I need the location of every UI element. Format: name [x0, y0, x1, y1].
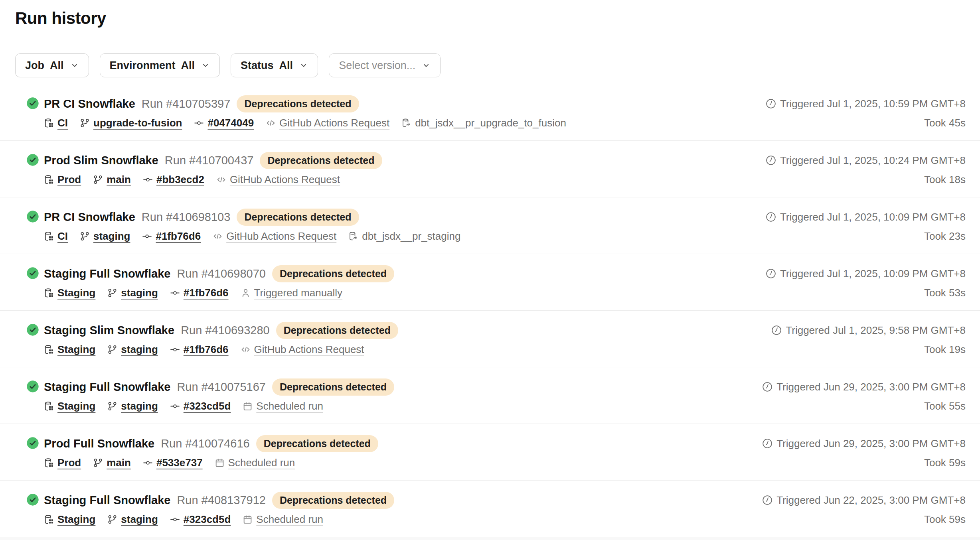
triggered-label: Triggered Jun 29, 2025, 3:00 PM GMT+8: [776, 438, 966, 450]
branch-link[interactable]: main: [107, 173, 131, 186]
status-filter-button[interactable]: Status All: [231, 53, 318, 77]
check-circle-icon: [26, 97, 39, 110]
run-number: Run #408137912: [177, 494, 266, 507]
run-row-right: Triggered Jul 1, 2025, 10:09 PM GMT+8 To…: [766, 209, 966, 254]
triggered-line: Triggered Jul 1, 2025, 10:09 PM GMT+8: [766, 265, 966, 282]
run-row-right: Triggered Jul 1, 2025, 10:24 PM GMT+8 To…: [766, 152, 966, 197]
environment-link[interactable]: Staging: [57, 343, 95, 356]
branch-link[interactable]: main: [107, 457, 131, 469]
commit-link[interactable]: #0474049: [207, 117, 254, 129]
run-title-line: Staging Slim Snowflake Run #410693280 De…: [44, 322, 398, 339]
job-name[interactable]: Staging Slim Snowflake: [44, 324, 174, 337]
clock-icon: [766, 99, 776, 109]
commit-link[interactable]: #323cd5d: [184, 513, 231, 526]
branch-link[interactable]: staging: [121, 400, 158, 412]
environment-link[interactable]: Prod: [57, 173, 81, 186]
commit-link[interactable]: #1fb76d6: [156, 230, 201, 242]
run-row[interactable]: PR CI Snowflake Run #410698103 Deprecati…: [0, 197, 980, 254]
chevron-down-icon: [70, 61, 79, 70]
took-label: Took 18s: [924, 172, 966, 187]
environment-database-icon: [44, 288, 54, 298]
run-row[interactable]: Staging Full Snowflake Run #408137912 De…: [0, 481, 980, 537]
commit-link[interactable]: #323cd5d: [184, 400, 231, 412]
job-filter-button[interactable]: Job All: [15, 53, 89, 77]
version-select[interactable]: Select version...: [329, 53, 441, 77]
filter-bar: Job All Environment All Status All Selec…: [0, 35, 980, 84]
clock-icon: [762, 495, 773, 505]
environment-item: Prod: [44, 173, 81, 186]
environment-database-icon: [44, 175, 54, 185]
deprecations-badge: Deprecations detected: [276, 322, 398, 339]
job-name[interactable]: PR CI Snowflake: [44, 211, 135, 224]
git-branch-icon: [80, 118, 90, 128]
deprecations-badge: Deprecations detected: [260, 152, 382, 169]
chevron-down-icon: [299, 61, 308, 70]
job-name[interactable]: Staging Full Snowflake: [44, 494, 170, 507]
run-detail-line: Prod main #533e737: [44, 455, 378, 470]
commit-item: #323cd5d: [170, 400, 231, 412]
environment-link[interactable]: Staging: [57, 287, 95, 299]
run-row[interactable]: Staging Full Snowflake Run #410075167 De…: [0, 367, 980, 424]
deprecations-badge: Deprecations detected: [272, 265, 394, 282]
triggered-label: Triggered Jul 1, 2025, 10:09 PM GMT+8: [780, 211, 966, 223]
page-title: Run history: [15, 9, 965, 28]
environment-filter-label: Environment: [110, 59, 176, 72]
run-main: Staging Slim Snowflake Run #410693280 De…: [44, 322, 398, 357]
run-detail-line: CI staging #1fb76d6: [44, 229, 460, 243]
status-filter-label: Status: [241, 59, 274, 72]
check-circle-icon: [26, 493, 39, 506]
deprecations-badge: Deprecations detected: [237, 95, 359, 112]
job-name[interactable]: Prod Slim Snowflake: [44, 154, 158, 167]
run-row[interactable]: Prod Slim Snowflake Run #410700437 Depre…: [0, 141, 980, 197]
took-label: Took 19s: [924, 342, 966, 357]
environment-filter-value: All: [181, 59, 195, 72]
took-label: Took 53s: [924, 286, 966, 300]
job-name[interactable]: PR CI Snowflake: [44, 97, 135, 110]
run-row[interactable]: Staging Full Snowflake Run #410698070 De…: [0, 254, 980, 311]
git-commit-icon: [170, 288, 180, 298]
environment-database-icon: [44, 458, 54, 468]
deprecations-badge: Deprecations detected: [272, 492, 394, 509]
branch-link[interactable]: staging: [121, 343, 158, 356]
commit-link[interactable]: #1fb76d6: [184, 343, 229, 356]
commit-item: #bb3ecd2: [143, 173, 204, 186]
environment-filter-button[interactable]: Environment All: [100, 53, 220, 77]
environment-database-icon: [44, 231, 54, 241]
commit-link[interactable]: #1fb76d6: [184, 287, 229, 299]
run-title-line: Staging Full Snowflake Run #410698070 De…: [44, 265, 394, 282]
job-name[interactable]: Prod Full Snowflake: [44, 437, 154, 450]
trigger-item: Triggered manually: [241, 287, 343, 299]
branch-link[interactable]: staging: [121, 287, 158, 299]
environment-link[interactable]: Staging: [57, 400, 95, 412]
branch-link[interactable]: staging: [93, 230, 130, 242]
branch-link[interactable]: upgrade-to-fusion: [93, 117, 182, 129]
deprecations-badge: Deprecations detected: [237, 209, 359, 226]
commit-link[interactable]: #533e737: [156, 457, 203, 469]
clock-icon: [766, 155, 776, 166]
run-row-left: Staging Full Snowflake Run #410075167 De…: [26, 378, 394, 424]
run-number: Run #410698070: [177, 267, 266, 280]
check-circle-icon: [26, 154, 39, 166]
triggered-label: Triggered Jul 1, 2025, 10:24 PM GMT+8: [780, 154, 966, 167]
bottom-strip: [0, 537, 980, 540]
branch-link[interactable]: staging: [121, 513, 158, 526]
environment-link[interactable]: Prod: [57, 457, 81, 469]
run-main: Staging Full Snowflake Run #408137912 De…: [44, 492, 394, 526]
job-name[interactable]: Staging Full Snowflake: [44, 380, 170, 394]
environment-link[interactable]: CI: [57, 230, 68, 242]
run-row[interactable]: Prod Full Snowflake Run #410074616 Depre…: [0, 424, 980, 481]
environment-link[interactable]: Staging: [57, 513, 95, 526]
run-row[interactable]: Staging Slim Snowflake Run #410693280 De…: [0, 311, 980, 367]
run-title-line: Prod Slim Snowflake Run #410700437 Depre…: [44, 152, 382, 169]
triggered-line: Triggered Jul 1, 2025, 10:24 PM GMT+8: [766, 152, 966, 169]
chevron-down-icon: [201, 61, 210, 70]
environment-link[interactable]: CI: [57, 117, 68, 129]
job-name[interactable]: Staging Full Snowflake: [44, 267, 170, 280]
run-number: Run #410693280: [181, 324, 270, 337]
commit-link[interactable]: #bb3ecd2: [156, 173, 204, 186]
run-row[interactable]: PR CI Snowflake Run #410705397 Deprecati…: [0, 84, 980, 141]
run-main: Prod Slim Snowflake Run #410700437 Depre…: [44, 152, 382, 187]
environment-item: Staging: [44, 287, 95, 299]
environment-item: Staging: [44, 400, 95, 412]
took-label: Took 23s: [924, 229, 966, 243]
